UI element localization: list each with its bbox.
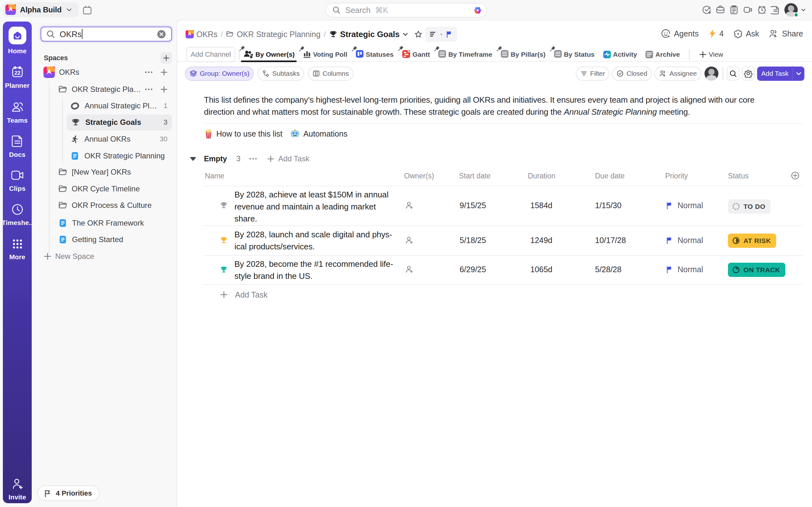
svg-text:22: 22 — [14, 70, 20, 76]
